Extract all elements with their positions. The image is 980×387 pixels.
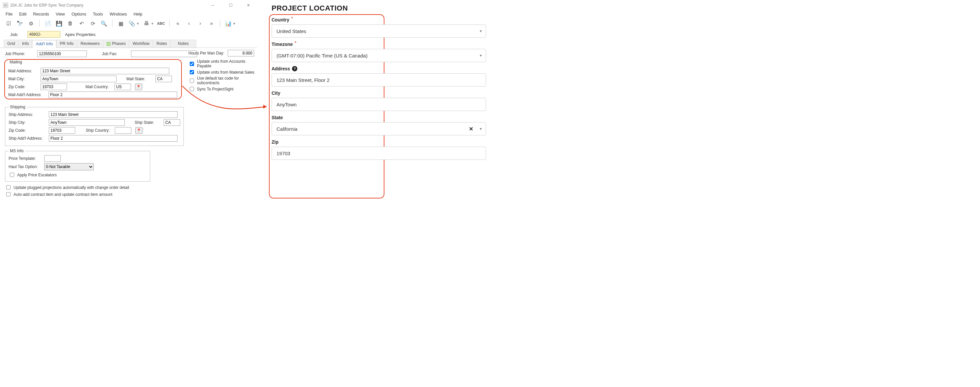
chevron-down-icon[interactable]: ▾ [137,21,139,26]
ship-zip-input[interactable] [49,127,75,134]
menu-edit[interactable]: Edit [19,11,26,16]
ship-country-input[interactable] [115,127,131,134]
apply-escalators-checkbox[interactable] [10,173,14,177]
tab-grid[interactable]: Grid [4,40,19,48]
use-default-tax-label: Use default tax code for subcontracts [197,76,258,85]
update-ap-label: Update units from Accounts Payable [197,59,258,68]
minimize-button[interactable]: ─ [207,2,219,9]
zip-input[interactable]: 19703 [272,147,486,160]
gear-icon[interactable]: ⚙ [27,20,35,27]
spellcheck-icon[interactable]: ABC [158,20,165,27]
mail-state-input[interactable] [156,76,172,82]
prev-icon[interactable]: ‹ [185,20,193,27]
trash-icon[interactable]: 🗑 [67,20,74,27]
mail-addl-input[interactable] [48,91,177,98]
grid-icon[interactable]: ▦ [117,20,124,27]
menu-records[interactable]: Records [33,11,49,16]
tab-workflow[interactable]: Workflow [129,40,153,48]
ship-address-label: Ship Address: [9,112,46,117]
ship-city-input[interactable] [49,119,125,126]
next-icon[interactable]: › [197,20,204,27]
menu-tools[interactable]: Tools [93,11,103,16]
help-icon[interactable]: ? [292,66,297,71]
tab-info[interactable]: Info [19,40,33,48]
tab-roles[interactable]: Roles [153,40,170,48]
ship-address-input[interactable] [49,111,178,118]
chevron-down-icon[interactable]: ▾ [151,21,153,26]
maximize-button[interactable]: ☐ [225,2,237,9]
undo-icon[interactable]: ↶ [78,20,85,27]
attachment-icon[interactable]: 📎 [128,20,135,27]
ship-addl-input[interactable] [49,135,178,142]
chevron-down-icon: ▾ [480,53,482,58]
right-column: Hours Per Man Day: Update units from Acc… [188,50,258,93]
job-phone-input[interactable] [37,51,87,57]
haul-tax-select[interactable]: 0-Not Taxable [44,163,94,170]
map-pin-icon[interactable]: 📍 [135,127,143,134]
close-button[interactable]: ✕ [242,2,255,9]
update-ms-label: Update units from Material Sales [197,70,255,75]
mail-city-input[interactable] [41,76,116,82]
mail-addl-label: Mail Add'l Address: [8,92,46,97]
checkmark-icon[interactable]: ☑ [5,20,12,27]
tab-addl-info[interactable]: Add'l Info [32,40,56,48]
use-default-tax-checkbox[interactable] [190,79,194,83]
shipping-legend: Shipping [9,105,27,109]
haul-tax-label: Haul Tax Option: [9,164,41,169]
address-input[interactable]: 123 Main Street, Floor 2 [272,73,486,86]
update-plugged-checkbox[interactable] [6,185,11,190]
refresh-icon[interactable]: ⟳ [89,20,96,27]
clear-icon[interactable]: ✕ [469,126,473,132]
app-icon: JC [3,3,8,8]
first-icon[interactable]: « [174,20,181,27]
job-input[interactable] [27,31,60,38]
mail-state-label: Mail State: [126,76,153,81]
tab-notes[interactable]: Notes [170,40,196,48]
map-pin-icon[interactable]: 📍 [135,84,142,90]
ship-state-input[interactable] [164,119,180,126]
ship-country-label: Ship Country: [86,128,112,133]
hours-per-man-day-input[interactable] [228,50,254,56]
chevron-down-icon[interactable]: ▾ [233,21,235,26]
tabs: Grid Info Add'l Info PR Info Reviewers P… [0,40,257,48]
menu-help[interactable]: Help [134,11,143,16]
binoculars-icon[interactable]: 🔭 [16,20,24,27]
table-icon[interactable]: 📊 [225,20,232,27]
job-line: Job: Apex Properties [0,30,257,40]
menu-file[interactable]: File [6,11,13,16]
apply-escalators-label: Apply Price Escalators [17,173,57,177]
price-template-input[interactable] [44,155,61,162]
price-template-label: Price Template: [9,156,41,161]
update-ms-checkbox[interactable] [190,70,194,74]
last-icon[interactable]: » [208,20,215,27]
save-icon[interactable]: 💾 [56,20,63,27]
menu-view[interactable]: View [56,11,65,16]
update-ap-checkbox[interactable] [190,62,194,66]
tab-reviewers[interactable]: Reviewers [77,40,103,48]
mail-country-input[interactable] [115,84,131,90]
menu-options[interactable]: Options [72,11,86,16]
hours-per-man-day-label: Hours Per Man Day: [188,51,224,56]
mail-zip-input[interactable] [41,84,67,90]
state-select[interactable]: California ✕ ▾ [272,122,486,135]
search-icon[interactable]: 🔍 [100,20,108,27]
job-fax-input[interactable] [131,51,197,57]
country-label: Country* [272,17,486,22]
chevron-down-icon: ▾ [480,126,482,131]
mail-address-input[interactable] [41,68,169,74]
print-icon[interactable]: 🖶 [143,20,150,27]
city-input[interactable]: AnyTown [272,98,486,111]
document-icon[interactable]: 📄 [44,20,51,27]
menu-windows[interactable]: Windows [110,11,127,16]
titlebar: JC 204 JC Jobs for ERP Sync Test Company… [0,0,257,10]
phases-icon [107,42,111,46]
sync-ps-checkbox[interactable] [190,87,194,91]
timezone-select[interactable]: (GMT-07:00) Pacific Time (US & Canada) ▾ [272,49,486,62]
auto-add-checkbox[interactable] [6,192,11,196]
tab-phases[interactable]: Phases [103,40,129,48]
city-label: City [272,91,486,96]
msinfo-legend: MS Info [9,148,25,153]
mail-city-label: Mail City: [8,76,38,81]
country-select[interactable]: United States ▾ [272,24,486,38]
tab-pr-info[interactable]: PR Info [56,40,77,48]
